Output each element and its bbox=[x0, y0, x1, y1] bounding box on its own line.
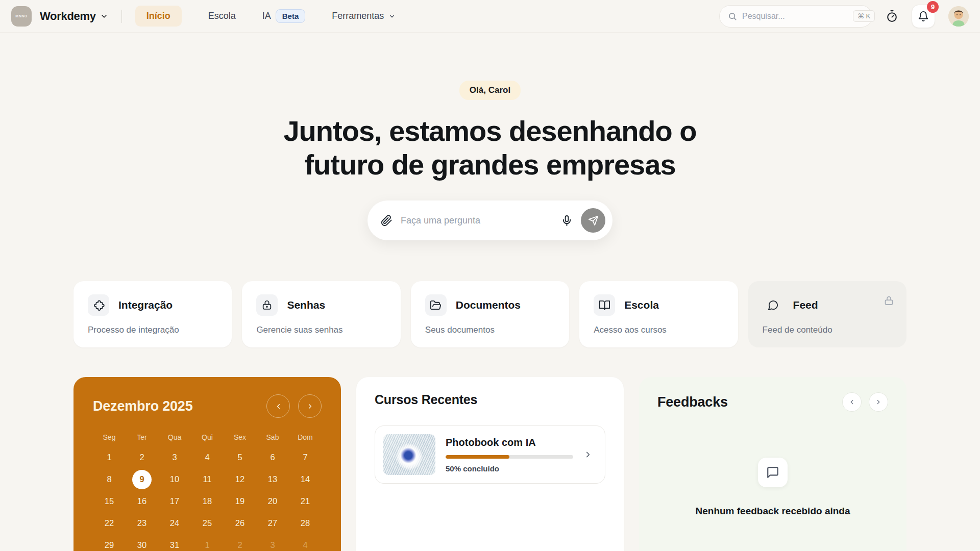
calendar-day[interactable]: 28 bbox=[289, 512, 322, 534]
timer-icon bbox=[886, 10, 898, 22]
feedbacks-next-button[interactable] bbox=[869, 392, 888, 412]
calendar-day[interactable]: 7 bbox=[289, 446, 322, 468]
workdemy-logo[interactable]: MNNO bbox=[11, 6, 32, 27]
message-square-icon bbox=[766, 466, 779, 479]
nav-escola[interactable]: Escola bbox=[208, 11, 236, 21]
calendar-day[interactable]: 26 bbox=[224, 512, 256, 534]
voice-button[interactable] bbox=[561, 215, 573, 227]
calendar-day[interactable]: 1 bbox=[191, 534, 224, 551]
send-icon bbox=[588, 215, 599, 226]
course-progress-label: 50% concluído bbox=[446, 464, 573, 473]
card-feed-locked: Feed Feed de conteúdo bbox=[748, 281, 906, 347]
feedback-empty-iconbox bbox=[758, 458, 788, 487]
main-nav: Início Escola IA Beta Ferramentas bbox=[135, 6, 396, 27]
calendar-day[interactable]: 2 bbox=[126, 446, 158, 468]
course-item[interactable]: Photobook com IA 50% concluído bbox=[375, 425, 605, 484]
calendar-day[interactable]: 30 bbox=[126, 534, 158, 551]
timer-button[interactable] bbox=[886, 10, 898, 22]
nav-ia[interactable]: IA Beta bbox=[262, 9, 306, 23]
notifications-button[interactable]: 9 bbox=[912, 5, 935, 28]
calendar-day[interactable]: 13 bbox=[256, 468, 289, 490]
calendar-day[interactable]: 2 bbox=[224, 534, 256, 551]
calendar-day[interactable]: 29 bbox=[93, 534, 126, 551]
calendar-weekday-label: Ter bbox=[126, 433, 158, 441]
search-shortcut-hint: ⌘ K bbox=[853, 10, 875, 22]
card-senhas[interactable]: Senhas Gerencie suas senhas bbox=[242, 281, 400, 347]
calendar-weekday-label: Dom bbox=[289, 433, 322, 441]
calendar-weekday-label: Sab bbox=[256, 433, 289, 441]
nav-ferramentas[interactable]: Ferramentas bbox=[332, 11, 396, 21]
search-input[interactable] bbox=[742, 12, 848, 21]
lock-icon bbox=[256, 294, 278, 316]
calendar-next-button[interactable] bbox=[298, 394, 322, 418]
calendar-day[interactable]: 14 bbox=[289, 468, 322, 490]
calendar-day[interactable]: 9 bbox=[126, 468, 158, 490]
calendar-selected-day: 9 bbox=[132, 470, 152, 489]
card-subtitle: Gerencie suas senhas bbox=[256, 325, 386, 335]
card-integracao[interactable]: Integração Processo de integração bbox=[74, 281, 232, 347]
global-search[interactable]: ⌘ K bbox=[719, 5, 872, 28]
calendar-day[interactable]: 27 bbox=[256, 512, 289, 534]
calendar-panel: Dezembro 2025 SegTerQuaQuiSexSabDom 1 bbox=[74, 377, 341, 551]
calendar-day[interactable]: 4 bbox=[289, 534, 322, 551]
nav-ia-label: IA bbox=[262, 11, 271, 21]
calendar-prev-button[interactable] bbox=[266, 394, 290, 418]
calendar-day[interactable]: 20 bbox=[256, 490, 289, 512]
calendar-day[interactable]: 15 bbox=[93, 490, 126, 512]
card-escola[interactable]: Escola Acesso aos cursos bbox=[579, 281, 738, 347]
calendar-day[interactable]: 18 bbox=[191, 490, 224, 512]
user-avatar[interactable] bbox=[948, 6, 969, 27]
calendar-day[interactable]: 19 bbox=[224, 490, 256, 512]
feedbacks-prev-button[interactable] bbox=[842, 392, 862, 412]
nav-inicio[interactable]: Início bbox=[135, 6, 182, 27]
calendar-day[interactable]: 16 bbox=[126, 490, 158, 512]
calendar-day[interactable]: 3 bbox=[158, 446, 191, 468]
calendar-weekday-row: SegTerQuaQuiSexSabDom bbox=[93, 433, 322, 441]
attach-button[interactable] bbox=[381, 215, 393, 227]
page-title: Juntos, estamos desenhando o futuro de g… bbox=[283, 114, 696, 181]
avatar-illustration bbox=[948, 6, 969, 27]
notification-count-badge: 9 bbox=[927, 1, 939, 13]
microphone-icon bbox=[561, 215, 573, 227]
brand-menu[interactable]: Workdemy bbox=[40, 10, 108, 23]
chevron-down-icon bbox=[100, 12, 108, 20]
bell-icon bbox=[918, 11, 929, 22]
course-progress-fill bbox=[446, 455, 509, 459]
calendar-day[interactable]: 31 bbox=[158, 534, 191, 551]
calendar-day[interactable]: 3 bbox=[256, 534, 289, 551]
calendar-weekday-label: Seg bbox=[93, 433, 126, 441]
calendar-day[interactable]: 25 bbox=[191, 512, 224, 534]
feedbacks-title: Feedbacks bbox=[657, 394, 728, 410]
search-icon bbox=[728, 12, 737, 21]
calendar-day[interactable]: 22 bbox=[93, 512, 126, 534]
calendar-day[interactable]: 21 bbox=[289, 490, 322, 512]
courses-title: Cursos Recentes bbox=[375, 392, 605, 407]
calendar-grid: 1234567891011121314151617181920212223242… bbox=[93, 446, 322, 551]
course-title: Photobook com IA bbox=[446, 437, 573, 448]
calendar-day[interactable]: 5 bbox=[224, 446, 256, 468]
calendar-day[interactable]: 11 bbox=[191, 468, 224, 490]
card-subtitle: Processo de integração bbox=[88, 325, 217, 335]
ask-question-bar[interactable] bbox=[368, 201, 612, 240]
calendar-day[interactable]: 23 bbox=[126, 512, 158, 534]
card-title: Integração bbox=[118, 299, 173, 311]
calendar-day[interactable]: 6 bbox=[256, 446, 289, 468]
card-documentos[interactable]: Documentos Seus documentos bbox=[411, 281, 569, 347]
feedbacks-panel: Feedbacks bbox=[639, 377, 906, 551]
question-input[interactable] bbox=[401, 215, 553, 226]
calendar-day[interactable]: 24 bbox=[158, 512, 191, 534]
chevron-left-icon bbox=[275, 403, 282, 410]
course-thumbnail bbox=[383, 434, 435, 475]
calendar-day[interactable]: 12 bbox=[224, 468, 256, 490]
greeting-badge: Olá, Carol bbox=[459, 81, 521, 100]
calendar-day[interactable]: 10 bbox=[158, 468, 191, 490]
course-progress-bar bbox=[446, 455, 573, 459]
calendar-day[interactable]: 8 bbox=[93, 468, 126, 490]
calendar-day[interactable]: 17 bbox=[158, 490, 191, 512]
calendar-day[interactable]: 4 bbox=[191, 446, 224, 468]
card-title: Senhas bbox=[287, 299, 325, 311]
calendar-weekday-label: Sex bbox=[224, 433, 256, 441]
calendar-day[interactable]: 1 bbox=[93, 446, 126, 468]
send-button[interactable] bbox=[581, 208, 605, 233]
card-subtitle: Acesso aos cursos bbox=[594, 325, 723, 335]
